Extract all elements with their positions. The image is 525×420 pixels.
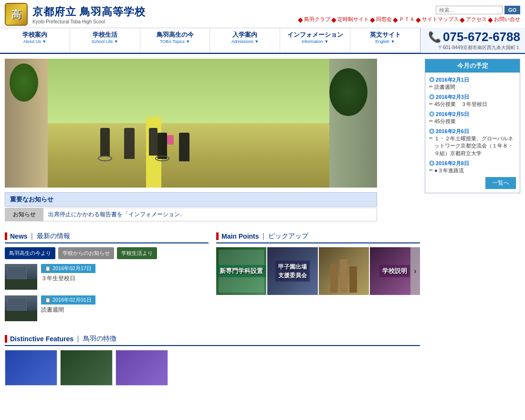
top-link-6[interactable]: お問い合せ	[494, 16, 520, 23]
nav-label-en-0: About Us ▼	[1, 39, 69, 44]
feature-thumb-2[interactable]	[116, 350, 168, 386]
news-title-en: News	[10, 232, 28, 240]
slide-0[interactable]: 新専門学科設置	[216, 247, 266, 295]
logo-area: 高 京都府立 鳥羽高等学校 Kyoto Prefectural Toba Hig…	[5, 3, 146, 26]
feature-thumb-0[interactable]	[5, 350, 57, 386]
top-link-0[interactable]: 鳥羽クラブ	[304, 16, 330, 23]
mainpoints-section-header: Main Points │ ピックアップ	[216, 232, 420, 243]
distinctive-title-jp: 鳥羽の特徴	[83, 335, 116, 343]
notice-label-0: お知らせ	[5, 208, 43, 221]
school-name-en: Kyoto Prefectural Toba High Scool	[32, 19, 146, 24]
phone-address: 〒601-8449京都市南区西九条大国町１	[438, 44, 520, 51]
top-link-4[interactable]: サイトマップス	[422, 16, 459, 23]
schedule-widget: 今月の予定 ◎ 2016年2月1日 ✏ 読書週間 ◎ 2016年2月3日	[425, 59, 520, 193]
nav-label-jp-5: 英文サイト	[351, 31, 419, 39]
notice-header: 重要なお知らせ	[5, 192, 377, 207]
news-text-1: 読書週間	[41, 306, 95, 314]
schedule-date-1: ◎ 2016年2月3日	[429, 94, 516, 101]
nav-item-0[interactable]: 学校案内 About Us ▼	[0, 28, 70, 52]
news-date-0: 📋 2016年02月17日	[41, 264, 95, 273]
nav-item-2[interactable]: 鳥羽高生の今 TOBA Topics ▼	[140, 28, 210, 52]
schedule-item-1: ◎ 2016年2月3日 ✏ 45分授業 ３年登校日	[429, 94, 516, 108]
mainpoints-title-en: Main Points	[221, 232, 259, 240]
news-tabs: 鳥羽高生の今より 学校からのお知らせ 学校生活より	[5, 247, 209, 259]
nav-label-en-5: English ▼	[351, 39, 419, 44]
feature-thumbnails	[5, 350, 420, 386]
nav-label-jp-3: 入学案内	[211, 31, 279, 39]
main-nav: 学校案内 About Us ▼ 学校生活 School Life ▼ 鳥羽高生の…	[0, 28, 420, 53]
news-thumb-0	[5, 264, 37, 290]
nav-label-jp-4: インフォメーション	[281, 31, 349, 39]
schedule-event-1: 45分授業 ３年登校日	[434, 101, 487, 108]
schedule-icon-3: ✏	[429, 136, 433, 141]
slide-1[interactable]: 甲子園出場支援委員会	[267, 247, 317, 295]
schedule-more-button[interactable]: 一覧へ	[485, 177, 516, 189]
nav-label-en-4: Information ▼	[281, 39, 349, 44]
schedule-event-3: １・２年土曜授業、グローバルネットワーク京都交流会（１年８・９組）京都府立大学	[434, 135, 516, 157]
nav-label-en-1: School Life ▼	[71, 39, 139, 44]
slide-text-3: 学校説明	[379, 265, 410, 277]
schedule-icon-2: ✏	[429, 118, 433, 124]
phone-number: 075-672-6788	[443, 30, 520, 44]
school-shield: 高	[5, 3, 28, 26]
slideshow-arrow[interactable]: ›	[410, 247, 420, 295]
news-date-1: 📋 2016年02月01日	[41, 295, 95, 304]
slide-text-0: 新専門学科設置	[217, 265, 266, 277]
header: 高 京都府立 鳥羽高等学校 Kyoto Prefectural Toba Hig…	[0, 0, 525, 54]
slideshow: 新専門学科設置 甲子園出場支援委員会	[216, 247, 420, 295]
school-name-jp: 京都府立 鳥羽高等学校	[32, 5, 146, 19]
notice-row-0: お知らせ 出席停止にかかわる報告書を「インフォメーション.	[5, 208, 377, 221]
nav-item-3[interactable]: 入学案内 Admissions ▼	[210, 28, 280, 52]
go-button[interactable]: GO	[504, 6, 520, 14]
schedule-item-2: ◎ 2016年2月5日 ✏ 45分授業	[429, 111, 516, 125]
news-title-jp: 最新の情報	[37, 232, 70, 241]
nav-label-jp-0: 学校案内	[1, 31, 69, 39]
search-input[interactable]	[436, 6, 503, 14]
news-tab-0[interactable]: 鳥羽高生の今より	[5, 247, 55, 259]
sidebar: 今月の予定 ◎ 2016年2月1日 ✏ 読書週間 ◎ 2016年2月3日	[420, 59, 520, 386]
schedule-body: ◎ 2016年2月1日 ✏ 読書週間 ◎ 2016年2月3日 ✏ 45分授業 ３…	[425, 73, 520, 193]
feature-thumb-1[interactable]	[60, 350, 113, 386]
top-link-2[interactable]: 同窓会	[376, 16, 392, 23]
news-item-1: 📋 2016年02月01日 読書週間	[5, 295, 209, 321]
news-tab-2[interactable]: 学校生活より	[117, 247, 157, 259]
distinctive-section-header: Distinctive Features │ 鳥羽の特徴	[5, 335, 420, 346]
schedule-date-3: ◎ 2016年2月6日	[429, 128, 516, 135]
nav-label-jp-2: 鳥羽高生の今	[141, 31, 209, 39]
nav-label-jp-1: 学校生活	[71, 31, 139, 39]
news-tab-1[interactable]: 学校からのお知らせ	[58, 247, 114, 259]
nav-label-en-2: TOBA Topics ▼	[141, 39, 209, 44]
slide-2[interactable]	[319, 247, 369, 295]
news-thumb-1	[5, 295, 37, 321]
tl-dot-1: ◆	[298, 16, 303, 23]
schedule-item-4: ◎ 2016年2月8日 ✏ ●３年進路流	[429, 160, 516, 174]
distinctive-title-en: Distinctive Features	[10, 335, 74, 343]
hero-image	[5, 59, 377, 188]
phone-icon: 📞	[428, 31, 441, 43]
schedule-event-2: 45分授業	[434, 118, 456, 125]
nav-item-5[interactable]: 英文サイト English ▼	[350, 28, 420, 52]
nav-item-4[interactable]: インフォメーション Information ▼	[280, 28, 350, 52]
top-link-1[interactable]: 定時制サイト	[337, 16, 369, 23]
schedule-icon-0: ✏	[429, 84, 433, 89]
phone-area: 📞 075-672-6788 〒601-8449京都市南区西九条大国町１	[420, 28, 525, 53]
schedule-header: 今月の予定	[425, 59, 520, 73]
search-area: GO	[436, 6, 520, 14]
schedule-item-3: ◎ 2016年2月6日 ✏ １・２年土曜授業、グローバルネットワーク京都交流会（…	[429, 128, 516, 157]
schedule-icon-1: ✏	[429, 101, 433, 106]
slide-text-1: 甲子園出場支援委員会	[275, 261, 310, 282]
news-item-0: 📋 2016年02月17日 ３年生登校日	[5, 264, 209, 290]
news-text-0: ３年生登校日	[41, 274, 95, 283]
mainpoints-title-jp: ピックアップ	[268, 232, 308, 241]
news-section-header: News │ 最新の情報	[5, 232, 209, 243]
schedule-item-0: ◎ 2016年2月1日 ✏ 読書週間	[429, 76, 516, 91]
schedule-date-4: ◎ 2016年2月8日	[429, 160, 516, 167]
top-link-5[interactable]: アクセス	[466, 16, 487, 23]
nav-label-en-3: Admissions ▼	[211, 39, 279, 44]
notice-text-0: 出席停止にかかわる報告書を「インフォメーション.	[43, 208, 186, 221]
schedule-event-0: 読書週間	[434, 84, 455, 91]
schedule-date-0: ◎ 2016年2月1日	[429, 76, 516, 84]
top-link-3[interactable]: ＰＴＡ	[399, 16, 415, 23]
nav-item-1[interactable]: 学校生活 School Life ▼	[70, 28, 140, 52]
schedule-date-2: ◎ 2016年2月5日	[429, 111, 516, 118]
